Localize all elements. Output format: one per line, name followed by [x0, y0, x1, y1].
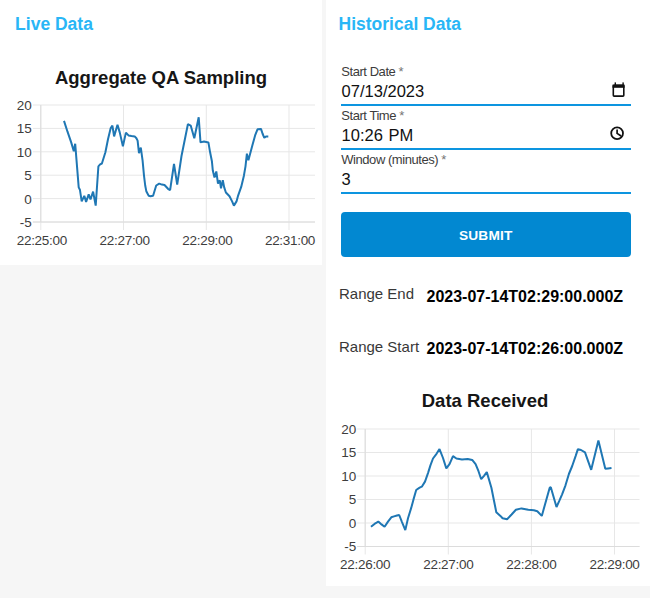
svg-text:22:29:00: 22:29:00 — [589, 557, 639, 572]
svg-text:5: 5 — [24, 168, 32, 183]
svg-text:20: 20 — [17, 98, 32, 113]
svg-text:22:28:00: 22:28:00 — [506, 557, 556, 572]
svg-text:15: 15 — [17, 121, 32, 136]
svg-text:5: 5 — [349, 492, 357, 507]
svg-text:22:27:00: 22:27:00 — [423, 557, 473, 572]
svg-text:22:31:00: 22:31:00 — [265, 233, 315, 248]
svg-text:22:26:00: 22:26:00 — [340, 557, 390, 572]
svg-text:10: 10 — [17, 145, 32, 160]
svg-text:-5: -5 — [20, 215, 32, 230]
svg-text:10: 10 — [341, 469, 356, 484]
svg-text:20: 20 — [341, 422, 356, 437]
svg-text:0: 0 — [24, 192, 32, 207]
svg-text:22:25:00: 22:25:00 — [17, 233, 67, 248]
svg-text:0: 0 — [349, 516, 357, 531]
svg-text:15: 15 — [341, 445, 356, 460]
svg-text:-5: -5 — [344, 539, 356, 554]
svg-text:22:27:00: 22:27:00 — [100, 233, 150, 248]
svg-text:22:29:00: 22:29:00 — [182, 233, 232, 248]
